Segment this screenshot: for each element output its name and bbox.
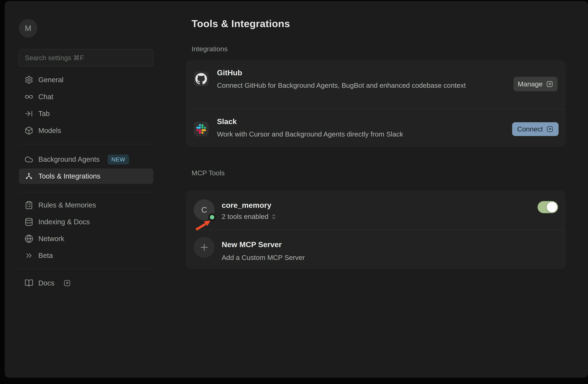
sidebar-item-label: Tab — [38, 110, 50, 118]
sidebar-item-chat[interactable]: Chat — [19, 88, 153, 105]
new-badge: NEW — [108, 155, 129, 164]
slack-logo-icon — [194, 121, 209, 136]
external-link-icon — [63, 279, 71, 287]
slack-description: Work with Cursor and Background Agents d… — [217, 129, 537, 140]
nodes-icon — [24, 172, 33, 181]
github-description: Connect GitHub for Background Agents, Bu… — [217, 80, 513, 91]
external-link-icon — [546, 125, 553, 133]
desktop-background: M General Chat Tab Models Background Age… — [0, 0, 588, 384]
cursor-settings-window: M General Chat Tab Models Background Age… — [5, 1, 588, 378]
github-manage-button[interactable]: Manage — [513, 77, 558, 91]
sidebar-item-label: Chat — [38, 93, 53, 101]
avatar-initial: M — [25, 24, 31, 33]
new-mcp-server-description: Add a Custom MCP Server — [222, 252, 305, 263]
card-divider — [194, 230, 566, 230]
sidebar-divider — [19, 144, 153, 144]
sidebar-item-rules-memories[interactable]: Rules & Memories — [19, 197, 153, 214]
new-mcp-server-title: New MCP Server — [222, 240, 282, 249]
chevrons-right-icon — [24, 251, 33, 260]
integrations-section-label: Integrations — [191, 45, 228, 53]
integrations-card: GitHub Connect GitHub for Background Age… — [186, 60, 566, 147]
external-link-icon — [546, 80, 553, 88]
avatar[interactable]: M — [19, 19, 37, 38]
sidebar-item-label: Models — [38, 127, 61, 135]
tools-enabled-label: 2 tools enabled — [222, 213, 269, 221]
mcp-card: C core_memory 2 tools enabled New MCP Se… — [186, 190, 566, 269]
sidebar-item-general[interactable]: General — [19, 71, 153, 88]
server-avatar-initial: C — [201, 205, 207, 215]
infinity-icon — [24, 92, 33, 101]
cube-icon — [24, 126, 33, 135]
sidebar-item-docs[interactable]: Docs — [19, 275, 153, 292]
gear-icon — [24, 76, 33, 84]
sidebar-item-tab[interactable]: Tab — [19, 105, 153, 122]
chevrons-up-down-icon — [271, 214, 277, 220]
sidebar-item-models[interactable]: Models — [19, 122, 153, 139]
status-dot-green — [208, 213, 216, 221]
arrow-to-line-icon — [24, 109, 33, 118]
plus-icon — [194, 237, 215, 258]
sidebar-item-label: Tools & Integrations — [38, 172, 100, 180]
github-title: GitHub — [217, 68, 242, 77]
sidebar-item-indexing-docs[interactable]: Indexing & Docs — [19, 214, 153, 230]
page-title: Tools & Integrations — [191, 18, 290, 29]
github-logo-icon — [194, 71, 209, 86]
mcp-tools-enabled[interactable]: 2 tools enabled — [222, 213, 277, 221]
mcp-enable-toggle[interactable] — [538, 201, 558, 213]
mcp-section-label: MCP Tools — [191, 169, 225, 177]
sidebar-item-beta[interactable]: Beta — [19, 247, 153, 264]
sidebar-item-label: Rules & Memories — [38, 201, 96, 209]
sidebar-item-label: Docs — [38, 279, 55, 287]
sidebar-item-label: General — [38, 76, 63, 84]
mcp-server-name: core_memory — [222, 201, 271, 210]
slack-connect-button[interactable]: Connect — [512, 122, 559, 136]
sidebar-divider — [19, 269, 153, 269]
settings-search[interactable] — [19, 49, 153, 67]
connect-button-label: Connect — [517, 125, 543, 133]
globe-icon — [24, 234, 33, 243]
sidebar-item-label: Beta — [38, 252, 53, 260]
toggle-knob — [547, 202, 557, 212]
clipboard-icon — [24, 201, 33, 209]
search-input[interactable] — [25, 54, 147, 62]
slack-title: Slack — [217, 117, 237, 126]
sidebar-item-label: Background Agents — [38, 155, 100, 163]
card-divider — [194, 109, 566, 109]
sidebar-divider — [19, 192, 153, 192]
sidebar-item-background-agents[interactable]: Background Agents NEW — [19, 151, 153, 168]
cloud-icon — [24, 155, 33, 164]
sidebar-item-label: Indexing & Docs — [38, 218, 90, 226]
sidebar-item-network[interactable]: Network — [19, 230, 153, 247]
sidebar-item-label: Network — [38, 235, 64, 243]
sidebar-item-tools-integrations[interactable]: Tools & Integrations — [19, 168, 153, 184]
manage-button-label: Manage — [518, 80, 543, 88]
database-icon — [24, 218, 33, 226]
book-open-icon — [24, 279, 33, 287]
